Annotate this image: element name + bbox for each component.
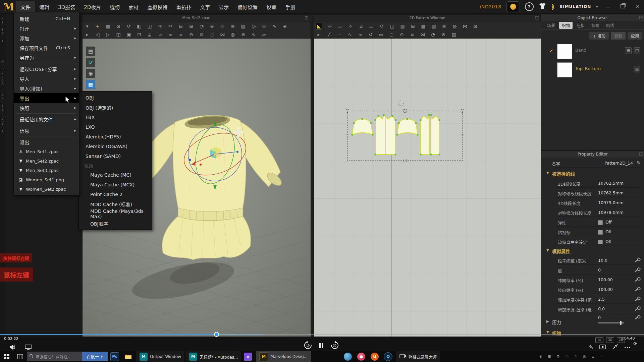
export-sansar[interactable]: Sansar (SAMD) — [79, 151, 152, 161]
recent-file-item[interactable]: ▼Men_Set2.zpac — [14, 156, 79, 166]
menu-item-exit[interactable]: 退出 — [14, 137, 79, 147]
toolbar-2d-icon[interactable]: ↺ — [368, 32, 374, 38]
simulate-chevrons-icon[interactable]: ❱❱ — [551, 5, 555, 9]
toolbar-3d-icon[interactable]: ⊠ — [115, 23, 121, 29]
fabric-row[interactable]: Top_Bottom ▤ — [541, 61, 644, 78]
toolbar-2d-icon[interactable]: ◌ — [388, 32, 394, 38]
toolbar-2d-icon[interactable]: ◔ — [430, 32, 436, 38]
toolbar-2d-icon[interactable]: ◣ — [316, 23, 322, 29]
checkbox[interactable] — [598, 220, 603, 225]
toolbar-3d-icon[interactable]: ◈ — [282, 23, 288, 29]
layout-split-icon[interactable]: ◫ — [595, 337, 603, 343]
save-icon[interactable]: ▤ — [625, 47, 632, 54]
menu-3d-garment[interactable]: 3D服装 — [54, 1, 79, 13]
history-tab[interactable]: HISTORY — [1, 17, 4, 43]
export-alembic-ogawa[interactable]: Alembic (OGAWA) — [79, 141, 152, 151]
blue-sphere-app-icon[interactable] — [341, 351, 355, 362]
toolbar-3d-icon[interactable]: ▤ — [240, 23, 246, 29]
toolbar-2d-icon[interactable]: ⊹ — [327, 23, 333, 29]
toolbar-2d-icon[interactable]: ⊗ — [440, 32, 446, 38]
screenshot-icon[interactable] — [599, 344, 606, 351]
tab-scene[interactable]: 场景 — [544, 22, 558, 29]
export-point-cache-2[interactable]: Point Cache 2 — [79, 189, 152, 199]
export-icon[interactable]: ▤ — [634, 66, 640, 72]
toolbar-2d-icon[interactable]: ⊠ — [472, 23, 478, 29]
toolbar-3d-icon[interactable]: ▸ — [84, 32, 90, 38]
layout-2d-icon[interactable]: 2D — [617, 337, 625, 343]
view-toggle-icon[interactable]: ⟳ — [86, 58, 95, 67]
property-value[interactable]: 10.0 — [598, 258, 607, 263]
collapse-icon[interactable]: ▼ — [546, 248, 549, 252]
toolbar-2d-icon[interactable]: ▭ — [378, 32, 384, 38]
toolbar-2d-icon[interactable]: ⋯ — [336, 32, 342, 38]
toolbar-3d-icon[interactable]: ⊿ — [157, 32, 163, 38]
recent-file-item[interactable]: ◪Women_Set1.png — [14, 175, 79, 184]
toolbar-2d-icon[interactable]: ⋈ — [420, 32, 426, 38]
toolbar-3d-icon[interactable]: ▾ — [84, 23, 90, 29]
taskbar-item-maya[interactable]: M 无标题* - Autodes... — [186, 351, 241, 362]
red-app-icon[interactable]: ● — [355, 351, 368, 362]
export-obj-selected[interactable]: OBJ (选定的) — [79, 103, 152, 112]
player-back-arrow-icon[interactable]: ← — [3, 1, 8, 7]
minimize-button[interactable]: — — [603, 4, 613, 9]
tab-fabric[interactable]: 织物 — [559, 22, 573, 29]
copy-fabric-button[interactable]: 复制 — [611, 32, 626, 40]
fabric-row[interactable]: ✔ Band ▤ ◳ — [541, 43, 644, 60]
menu-display[interactable]: 显示 — [214, 1, 233, 13]
menu-sewing[interactable]: 缝纫 — [105, 1, 124, 13]
section-selected-line[interactable]: ▼ 被选择的线 — [541, 169, 644, 177]
pause-button[interactable] — [317, 341, 326, 350]
wrench-icon[interactable] — [635, 258, 639, 262]
view-toggle-icon[interactable]: ▤ — [86, 47, 95, 56]
toolbar-2d-icon[interactable]: ▱ — [337, 23, 343, 29]
recent-file-item[interactable]: ▼Men_Set3.zpac — [14, 166, 79, 175]
checkbox[interactable] — [598, 230, 603, 235]
popout-icon[interactable]: ◳ — [535, 15, 539, 20]
menu-file[interactable]: 文件 — [16, 1, 35, 13]
toolbar-3d-icon[interactable]: ⊘ — [199, 32, 205, 38]
toolbar-3d-icon[interactable]: ◫ — [115, 32, 121, 38]
toolbar-2d-icon[interactable]: ▧ — [451, 32, 457, 38]
tray-icon[interactable]: ◌ — [565, 354, 569, 360]
taskbar-search-box[interactable]: 增强信心！官媒连... 百度一下 — [27, 352, 108, 361]
toolbar-3d-icon[interactable]: ≃ — [167, 32, 173, 38]
export-mdd-cache-maya[interactable]: MDD Cache (Maya/3ds Max) — [79, 209, 152, 219]
popout-icon[interactable]: ◳ — [639, 15, 643, 19]
toolbar-3d-icon[interactable]: ◁ — [95, 32, 101, 38]
tab-button[interactable]: 纽扣 — [574, 22, 587, 29]
tray-icon[interactable]: ◦ — [600, 354, 604, 360]
toolbar-3d-icon[interactable]: ⊞ — [188, 23, 194, 29]
close-button[interactable]: ✕ — [633, 4, 642, 9]
toolbar-3d-icon[interactable]: ⊟ — [178, 23, 184, 29]
toolbar-2d-icon[interactable]: ≡ — [441, 23, 447, 29]
property-value[interactable]: 0.0 — [598, 306, 605, 311]
toolbar-2d-icon[interactable]: ≡ — [409, 32, 415, 38]
wrench-icon[interactable] — [635, 268, 639, 272]
property-value[interactable]: 10979.0mm — [598, 210, 624, 215]
toolbar-3d-icon[interactable]: ⊕ — [209, 23, 215, 29]
toolbar-3d-icon[interactable]: ◇ — [219, 23, 225, 29]
tray-icon[interactable]: ▣ — [547, 354, 551, 360]
menu-material[interactable]: 素材 — [124, 1, 143, 13]
toolbar-3d-icon[interactable]: ∿ — [251, 32, 257, 38]
property-value[interactable]: 100.00 — [598, 287, 613, 292]
menu-settings[interactable]: 设置 — [262, 1, 281, 13]
menu-item-save-as[interactable]: 另存为▸ — [14, 53, 79, 62]
tray-icon[interactable]: ◍ — [582, 354, 586, 360]
task-view-button[interactable] — [13, 351, 27, 362]
toolbar-2d-icon[interactable]: ◫ — [389, 23, 395, 29]
wrench-icon[interactable] — [635, 288, 639, 292]
uc-browser-icon[interactable]: U — [368, 351, 381, 362]
more-options-icon[interactable]: ••• — [624, 345, 631, 350]
popout-icon[interactable]: ◳ — [305, 15, 308, 20]
wrench-icon[interactable] — [635, 307, 639, 311]
q-search-app-icon[interactable]: Q — [381, 351, 395, 362]
menu-item-new[interactable]: 新建Ctrl+N — [14, 14, 79, 23]
toolbar-2d-icon[interactable]: ╱ — [326, 32, 332, 38]
menu-item-info[interactable]: 信息▸ — [14, 126, 79, 135]
toolbar-3d-icon[interactable]: ⟳ — [126, 23, 132, 29]
export-icon[interactable]: ◳ — [634, 47, 640, 54]
pencil-tool-icon[interactable]: ✎ — [589, 344, 593, 350]
taskbar-item-marvelous-designer[interactable]: M Marvelous Desig... — [256, 351, 311, 362]
toolbar-3d-icon[interactable]: ◔ — [199, 23, 205, 29]
